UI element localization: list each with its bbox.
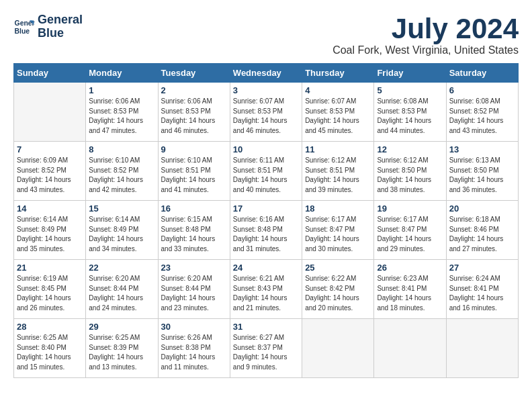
main-title: July 2024	[332, 13, 519, 44]
logo-icon: General Blue	[13, 16, 35, 38]
day-number: 15	[89, 203, 154, 214]
day-info: Sunrise: 6:15 AM Sunset: 8:48 PM Dayligh…	[161, 215, 227, 254]
calendar-cell: 21Sunrise: 6:19 AM Sunset: 8:45 PM Dayli…	[14, 260, 86, 319]
day-info: Sunrise: 6:08 AM Sunset: 8:52 PM Dayligh…	[449, 97, 515, 136]
day-number: 4	[305, 85, 371, 95]
header-monday: Monday	[86, 64, 158, 83]
day-number: 6	[449, 85, 515, 95]
week-row-4: 21Sunrise: 6:19 AM Sunset: 8:45 PM Dayli…	[14, 260, 519, 319]
day-number: 25	[305, 263, 371, 273]
day-info: Sunrise: 6:16 AM Sunset: 8:48 PM Dayligh…	[233, 215, 299, 254]
day-info: Sunrise: 6:08 AM Sunset: 8:53 PM Dayligh…	[377, 97, 443, 136]
calendar-cell	[446, 319, 518, 378]
day-info: Sunrise: 6:11 AM Sunset: 8:51 PM Dayligh…	[233, 156, 299, 195]
day-number: 20	[449, 203, 515, 214]
day-number: 5	[377, 85, 443, 95]
day-info: Sunrise: 6:12 AM Sunset: 8:50 PM Dayligh…	[377, 156, 443, 195]
svg-text:Blue: Blue	[15, 27, 30, 34]
calendar-cell	[14, 83, 86, 142]
day-info: Sunrise: 6:19 AM Sunset: 8:45 PM Dayligh…	[17, 274, 83, 313]
calendar-cell: 19Sunrise: 6:17 AM Sunset: 8:47 PM Dayli…	[374, 201, 446, 260]
calendar-cell: 7Sunrise: 6:09 AM Sunset: 8:52 PM Daylig…	[14, 142, 86, 201]
header-saturday: Saturday	[446, 64, 518, 83]
day-info: Sunrise: 6:10 AM Sunset: 8:51 PM Dayligh…	[161, 156, 227, 195]
header-thursday: Thursday	[302, 64, 374, 83]
day-number: 12	[377, 144, 443, 154]
calendar-cell: 25Sunrise: 6:22 AM Sunset: 8:42 PM Dayli…	[302, 260, 374, 319]
calendar-cell	[302, 319, 374, 378]
day-number: 2	[161, 85, 227, 95]
calendar-cell: 4Sunrise: 6:07 AM Sunset: 8:53 PM Daylig…	[302, 83, 374, 142]
day-number: 18	[305, 203, 371, 214]
calendar-cell: 10Sunrise: 6:11 AM Sunset: 8:51 PM Dayli…	[230, 142, 302, 201]
day-info: Sunrise: 6:14 AM Sunset: 8:49 PM Dayligh…	[17, 215, 83, 254]
day-number: 1	[89, 85, 154, 95]
day-number: 8	[89, 144, 154, 154]
calendar-cell: 18Sunrise: 6:17 AM Sunset: 8:47 PM Dayli…	[302, 201, 374, 260]
day-number: 31	[233, 322, 299, 332]
day-info: Sunrise: 6:06 AM Sunset: 8:53 PM Dayligh…	[89, 97, 154, 136]
calendar-cell: 6Sunrise: 6:08 AM Sunset: 8:52 PM Daylig…	[446, 83, 518, 142]
day-number: 9	[161, 144, 227, 154]
calendar-cell: 14Sunrise: 6:14 AM Sunset: 8:49 PM Dayli…	[14, 201, 86, 260]
day-number: 10	[233, 144, 299, 154]
day-info: Sunrise: 6:22 AM Sunset: 8:42 PM Dayligh…	[305, 274, 371, 313]
header-wednesday: Wednesday	[230, 64, 302, 83]
calendar-cell: 27Sunrise: 6:24 AM Sunset: 8:41 PM Dayli…	[446, 260, 518, 319]
calendar-cell: 15Sunrise: 6:14 AM Sunset: 8:49 PM Dayli…	[86, 201, 158, 260]
day-number: 27	[449, 263, 515, 273]
day-number: 24	[233, 263, 299, 273]
day-info: Sunrise: 6:23 AM Sunset: 8:41 PM Dayligh…	[377, 274, 443, 313]
day-number: 13	[449, 144, 515, 154]
calendar-cell: 16Sunrise: 6:15 AM Sunset: 8:48 PM Dayli…	[158, 201, 230, 260]
logo: General Blue General Blue	[13, 13, 83, 40]
day-info: Sunrise: 6:25 AM Sunset: 8:39 PM Dayligh…	[89, 333, 154, 372]
calendar-cell: 3Sunrise: 6:07 AM Sunset: 8:53 PM Daylig…	[230, 83, 302, 142]
day-info: Sunrise: 6:21 AM Sunset: 8:43 PM Dayligh…	[233, 274, 299, 313]
day-info: Sunrise: 6:17 AM Sunset: 8:47 PM Dayligh…	[377, 215, 443, 254]
day-number: 30	[161, 322, 227, 332]
day-number: 23	[161, 263, 227, 273]
day-number: 11	[305, 144, 371, 154]
header-tuesday: Tuesday	[158, 64, 230, 83]
header-sunday: Sunday	[14, 64, 86, 83]
location-subtitle: Coal Fork, West Virginia, United States	[332, 44, 519, 56]
calendar-cell: 20Sunrise: 6:18 AM Sunset: 8:46 PM Dayli…	[446, 201, 518, 260]
day-info: Sunrise: 6:07 AM Sunset: 8:53 PM Dayligh…	[233, 97, 299, 136]
calendar-cell: 9Sunrise: 6:10 AM Sunset: 8:51 PM Daylig…	[158, 142, 230, 201]
calendar-cell: 23Sunrise: 6:20 AM Sunset: 8:44 PM Dayli…	[158, 260, 230, 319]
day-number: 29	[89, 322, 154, 332]
day-info: Sunrise: 6:12 AM Sunset: 8:51 PM Dayligh…	[305, 156, 371, 195]
day-info: Sunrise: 6:20 AM Sunset: 8:44 PM Dayligh…	[89, 274, 154, 313]
day-info: Sunrise: 6:27 AM Sunset: 8:37 PM Dayligh…	[233, 333, 299, 372]
calendar-cell: 12Sunrise: 6:12 AM Sunset: 8:50 PM Dayli…	[374, 142, 446, 201]
logo-text: General Blue	[38, 13, 83, 40]
title-area: July 2024 Coal Fork, West Virginia, Unit…	[332, 13, 519, 56]
calendar-table: SundayMondayTuesdayWednesdayThursdayFrid…	[13, 63, 519, 378]
calendar-cell: 26Sunrise: 6:23 AM Sunset: 8:41 PM Dayli…	[374, 260, 446, 319]
day-info: Sunrise: 6:20 AM Sunset: 8:44 PM Dayligh…	[161, 274, 227, 313]
page-header: General Blue General Blue July 2024 Coal…	[13, 13, 519, 56]
day-number: 19	[377, 203, 443, 214]
week-row-5: 28Sunrise: 6:25 AM Sunset: 8:40 PM Dayli…	[14, 319, 519, 378]
day-info: Sunrise: 6:06 AM Sunset: 8:53 PM Dayligh…	[161, 97, 227, 136]
day-info: Sunrise: 6:07 AM Sunset: 8:53 PM Dayligh…	[305, 97, 371, 136]
calendar-cell: 28Sunrise: 6:25 AM Sunset: 8:40 PM Dayli…	[14, 319, 86, 378]
week-row-1: 1Sunrise: 6:06 AM Sunset: 8:53 PM Daylig…	[14, 83, 519, 142]
calendar-cell: 13Sunrise: 6:13 AM Sunset: 8:50 PM Dayli…	[446, 142, 518, 201]
week-row-3: 14Sunrise: 6:14 AM Sunset: 8:49 PM Dayli…	[14, 201, 519, 260]
calendar-cell: 11Sunrise: 6:12 AM Sunset: 8:51 PM Dayli…	[302, 142, 374, 201]
calendar-cell: 22Sunrise: 6:20 AM Sunset: 8:44 PM Dayli…	[86, 260, 158, 319]
day-number: 17	[233, 203, 299, 214]
week-row-2: 7Sunrise: 6:09 AM Sunset: 8:52 PM Daylig…	[14, 142, 519, 201]
calendar-cell: 8Sunrise: 6:10 AM Sunset: 8:52 PM Daylig…	[86, 142, 158, 201]
day-number: 28	[17, 322, 83, 332]
calendar-cell: 30Sunrise: 6:26 AM Sunset: 8:38 PM Dayli…	[158, 319, 230, 378]
day-number: 7	[17, 144, 83, 154]
day-info: Sunrise: 6:24 AM Sunset: 8:41 PM Dayligh…	[449, 274, 515, 313]
day-number: 14	[17, 203, 83, 214]
day-info: Sunrise: 6:13 AM Sunset: 8:50 PM Dayligh…	[449, 156, 515, 195]
calendar-cell: 5Sunrise: 6:08 AM Sunset: 8:53 PM Daylig…	[374, 83, 446, 142]
day-info: Sunrise: 6:14 AM Sunset: 8:49 PM Dayligh…	[89, 215, 154, 254]
calendar-cell: 2Sunrise: 6:06 AM Sunset: 8:53 PM Daylig…	[158, 83, 230, 142]
